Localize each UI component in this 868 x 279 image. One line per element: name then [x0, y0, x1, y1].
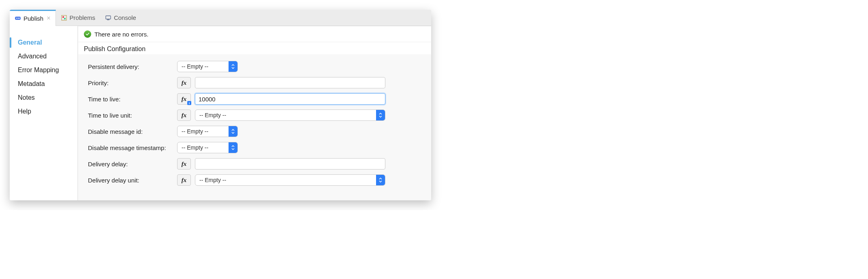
status-row: There are no errors. [78, 26, 431, 42]
form: Persistent delivery: -- Empty -- Priorit… [78, 54, 431, 195]
row-delivery-delay: Delivery delay: fx [88, 156, 425, 172]
chevron-up-down-icon [376, 110, 385, 120]
label-persistent-delivery: Persistent delivery: [88, 63, 177, 70]
label-delivery-delay-unit: Delivery delay unit: [88, 177, 177, 184]
close-icon[interactable]: × [46, 15, 50, 22]
svg-rect-2 [18, 18, 20, 18]
fx-button-priority[interactable]: fx [177, 77, 191, 88]
sidebar-item-label: Help [18, 108, 31, 115]
row-delivery-delay-unit: Delivery delay unit: fx -- Empty -- [88, 172, 425, 188]
input-delivery-delay[interactable] [195, 158, 385, 170]
tab-console-label: Console [114, 14, 136, 21]
problems-icon [61, 15, 67, 21]
sidebar-item-label: General [18, 39, 42, 46]
select-disable-msg-ts[interactable]: -- Empty -- [177, 142, 238, 153]
fx-label: fx [182, 177, 187, 184]
row-ttl: Time to live: fx i [88, 91, 425, 107]
label-ttl: Time to live: [88, 96, 177, 103]
svg-point-1 [16, 18, 17, 19]
tab-publish[interactable]: Publish × [10, 10, 56, 26]
select-value: -- Empty -- [199, 177, 226, 183]
label-priority: Priority: [88, 79, 177, 86]
select-delivery-delay-unit[interactable]: -- Empty -- [195, 174, 385, 186]
tab-problems-label: Problems [70, 14, 95, 21]
sidebar-item-label: Advanced [18, 53, 47, 60]
svg-point-5 [64, 18, 66, 19]
editor-window: Publish × Problems Console [10, 10, 431, 200]
sidebar-item-error-mapping[interactable]: Error Mapping [10, 63, 77, 77]
sidebar-item-label: Notes [18, 94, 35, 101]
sidebar-item-general[interactable]: General [10, 36, 77, 49]
svg-point-4 [62, 16, 64, 18]
chevron-up-down-icon [229, 142, 237, 153]
chevron-up-down-icon [229, 126, 237, 137]
label-disable-msg-ts: Disable message timestamp: [88, 144, 177, 151]
row-ttl-unit: Time to live unit: fx -- Empty -- [88, 107, 425, 123]
select-value: -- Empty -- [182, 63, 208, 70]
fx-button-ttl-unit[interactable]: fx [177, 109, 191, 121]
sidebar-item-label: Metadata [18, 80, 45, 87]
svg-rect-6 [106, 16, 111, 19]
sidebar-item-notes[interactable]: Notes [10, 91, 77, 105]
fx-label: fx [182, 79, 187, 86]
sidebar-item-help[interactable]: Help [10, 105, 77, 118]
fx-button-ttl[interactable]: fx i [177, 93, 191, 105]
tab-console[interactable]: Console [100, 10, 141, 26]
input-ttl[interactable] [195, 93, 385, 105]
console-icon [105, 15, 111, 21]
row-disable-msg-id: Disable message id: -- Empty -- [88, 123, 425, 140]
info-badge-icon: i [187, 101, 191, 105]
select-value: -- Empty -- [182, 144, 208, 151]
chevron-up-down-icon [376, 175, 385, 185]
tabbar: Publish × Problems Console [10, 10, 431, 26]
row-priority: Priority: fx [88, 75, 425, 91]
label-ttl-unit: Time to live unit: [88, 112, 177, 119]
fx-button-delivery-delay[interactable]: fx [177, 158, 191, 170]
tab-publish-label: Publish [24, 15, 43, 22]
select-value: -- Empty -- [182, 128, 208, 135]
chevron-up-down-icon [229, 61, 237, 72]
row-disable-msg-ts: Disable message timestamp: -- Empty -- [88, 140, 425, 156]
svg-rect-7 [107, 19, 109, 20]
row-persistent-delivery: Persistent delivery: -- Empty -- [88, 58, 425, 75]
select-value: -- Empty -- [199, 112, 226, 118]
select-ttl-unit[interactable]: -- Empty -- [195, 109, 385, 121]
tab-problems[interactable]: Problems [56, 10, 100, 26]
input-priority[interactable] [195, 77, 385, 88]
svg-rect-3 [62, 15, 66, 20]
sidebar: General Advanced Error Mapping Metadata … [10, 26, 78, 200]
content-panel: There are no errors. Publish Configurati… [78, 26, 431, 200]
sidebar-item-metadata[interactable]: Metadata [10, 77, 77, 91]
editor-body: General Advanced Error Mapping Metadata … [10, 26, 431, 200]
select-persistent-delivery[interactable]: -- Empty -- [177, 61, 238, 72]
publish-icon [15, 15, 21, 21]
select-disable-msg-id[interactable]: -- Empty -- [177, 126, 238, 137]
section-title: Publish Configuration [78, 42, 431, 54]
check-icon [84, 30, 91, 38]
fx-label: fx [182, 96, 187, 103]
status-text: There are no errors. [94, 31, 148, 38]
sidebar-item-advanced[interactable]: Advanced [10, 49, 77, 63]
sidebar-item-label: Error Mapping [18, 67, 59, 73]
label-delivery-delay: Delivery delay: [88, 161, 177, 167]
fx-button-delivery-delay-unit[interactable]: fx [177, 174, 191, 186]
label-disable-msg-id: Disable message id: [88, 128, 177, 135]
fx-label: fx [182, 161, 187, 167]
fx-label: fx [182, 112, 187, 119]
